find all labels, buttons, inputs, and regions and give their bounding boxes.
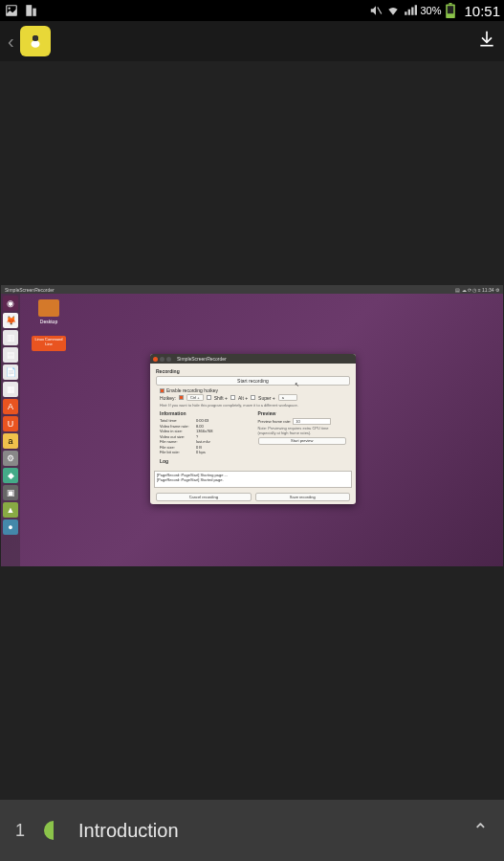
amazon-icon: a — [3, 433, 18, 449]
app-icon-3: ▣ — [3, 485, 18, 500]
start-preview-button[interactable]: Start preview — [258, 437, 347, 445]
linux-cmd-shortcut: Linux Command Line — [30, 336, 68, 353]
recorder-dialog: SimpleScreenRecorder Recording Start rec… — [150, 354, 356, 504]
dialog-title: SimpleScreenRecorder — [177, 356, 227, 362]
lesson-number: 1 — [15, 821, 25, 841]
svg-point-10 — [33, 35, 38, 41]
hotkey-label: Hotkey: — [160, 395, 176, 401]
hint-text: Hint: If you want to hide this program c… — [156, 402, 350, 408]
svg-point-9 — [31, 40, 39, 48]
recording-heading: Recording — [156, 368, 350, 374]
app-icon-1: ▤ — [3, 347, 18, 363]
ubuntu-desktop-screenshot: SimpleScreenRecorder ▤ ☁ ⟳ ◷ ≡ 11:34 ⚙ ◉… — [1, 285, 503, 566]
shift-label: Shift + — [214, 395, 228, 401]
settings-icon: ⚙ — [3, 451, 18, 466]
log-textarea[interactable]: [PageRecord::PageStart] Starting page ..… — [154, 471, 352, 488]
writer-icon: 📄 — [3, 364, 18, 380]
wifi-icon — [385, 3, 401, 18]
super-checkbox[interactable] — [251, 395, 255, 400]
preview-heading: Preview — [258, 410, 347, 416]
download-icon[interactable] — [477, 30, 496, 54]
gallery-icon — [4, 3, 19, 18]
ctrl-checkbox[interactable] — [179, 395, 184, 400]
android-status-bar: 30% 10:51 — [0, 0, 504, 21]
software-icon: A — [3, 399, 18, 414]
svg-line-4 — [378, 8, 382, 14]
alt-label: Alt + — [238, 395, 248, 401]
ubuntu-top-bar: SimpleScreenRecorder ▤ ☁ ⟳ ◷ ≡ 11:34 ⚙ — [1, 285, 503, 294]
dash-icon: ◉ — [3, 296, 18, 311]
chevron-up-icon[interactable]: ⌃ — [472, 819, 489, 842]
ubuntu-indicators: ▤ ☁ ⟳ ◷ ≡ 11:34 ⚙ — [455, 287, 499, 293]
app-icon[interactable] — [20, 26, 51, 56]
progress-circle-icon — [44, 821, 63, 840]
super-label: Super + — [258, 395, 275, 401]
preview-note: Note: Previewing requires extra CPU time… — [258, 426, 347, 435]
folder-icon — [38, 299, 59, 317]
preview-rate-label: Preview frame rate: — [258, 419, 292, 424]
battery-percent: 30% — [420, 5, 441, 16]
clock: 10:51 — [464, 3, 500, 19]
bottom-nav[interactable]: 1 Introduction ⌃ — [0, 800, 504, 861]
save-recording-button[interactable]: Save recording — [255, 493, 351, 501]
folder-label: Desktop — [40, 319, 57, 324]
key-select[interactable]: a — [278, 394, 297, 401]
svg-rect-6 — [449, 3, 452, 5]
app-icon-2: ◆ — [3, 468, 18, 483]
cmd-icon: Linux Command Line — [32, 336, 66, 351]
ctrl-key: Ctrl + — [186, 394, 204, 401]
enable-hotkey-label: Enable recording hotkey — [166, 387, 218, 393]
log-heading: Log — [156, 458, 350, 464]
svg-rect-2 — [26, 5, 32, 16]
cancel-recording-button[interactable]: Cancel recording — [156, 493, 252, 501]
lesson-title: Introduction — [78, 820, 472, 842]
app-icon-4: ▲ — [3, 502, 18, 518]
start-recording-button[interactable]: Start recording ↖ — [156, 376, 350, 386]
content-area: SimpleScreenRecorder ▤ ☁ ⟳ ◷ ≡ 11:34 ⚙ ◉… — [0, 61, 504, 800]
cursor-icon: ↖ — [295, 381, 299, 387]
close-icon[interactable] — [153, 357, 158, 362]
battery-icon — [443, 3, 458, 18]
svg-rect-7 — [448, 6, 453, 13]
back-chevron-icon[interactable]: ‹ — [8, 31, 14, 53]
desktop-icons: Desktop Linux Command Line — [30, 299, 68, 353]
info-heading: Information — [160, 410, 249, 416]
mute-icon — [368, 3, 383, 18]
app-icon-5: ● — [3, 519, 18, 535]
ubuntu-one-icon: U — [3, 416, 18, 431]
building-icon — [23, 3, 38, 18]
maximize-icon[interactable] — [166, 357, 171, 362]
dialog-titlebar: SimpleScreenRecorder — [150, 354, 356, 364]
alt-checkbox[interactable] — [230, 395, 235, 400]
svg-point-1 — [9, 8, 11, 10]
app-header: ‹ — [0, 21, 504, 61]
minimize-icon[interactable] — [160, 357, 164, 362]
ubuntu-launcher: ◉ 🦊 ▥ ▤ 📄 ▦ A U a ⚙ ◆ ▣ ▲ ● — [1, 294, 20, 566]
svg-rect-3 — [33, 9, 36, 16]
window-title: SimpleScreenRecorder — [5, 287, 55, 293]
calc-icon: ▦ — [3, 382, 18, 397]
desktop-folder: Desktop — [30, 299, 68, 324]
firefox-icon: 🦊 — [3, 313, 18, 328]
signal-icon — [403, 3, 418, 18]
enable-hotkey-checkbox[interactable] — [160, 388, 164, 393]
shift-checkbox[interactable] — [207, 395, 211, 400]
preview-rate-input[interactable]: 10 — [293, 418, 331, 425]
files-icon: ▥ — [3, 330, 18, 345]
